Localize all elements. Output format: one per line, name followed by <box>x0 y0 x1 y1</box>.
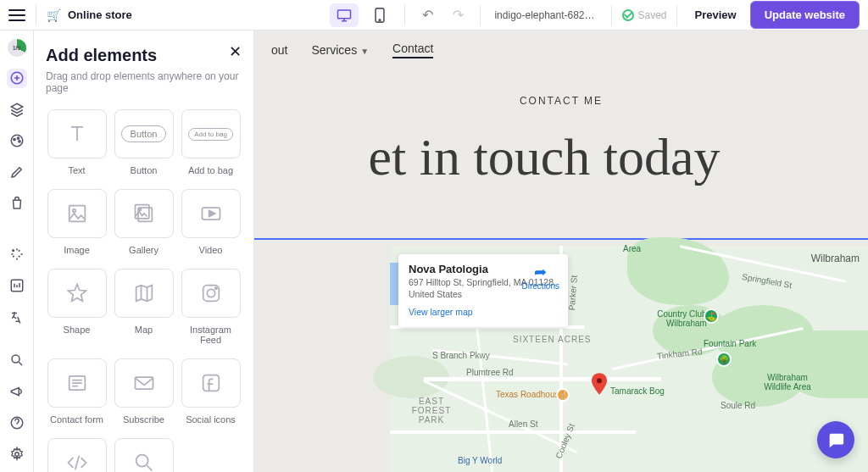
svg-point-14 <box>72 209 75 213</box>
desktop-device-button[interactable] <box>330 3 359 27</box>
svg-point-25 <box>136 455 147 467</box>
svg-point-2 <box>380 19 381 20</box>
announce-tool[interactable] <box>7 381 27 401</box>
section-divider <box>254 238 868 240</box>
progress-avatar[interactable] <box>8 39 26 57</box>
element-gallery[interactable]: Gallery <box>113 189 175 264</box>
svg-point-12 <box>14 452 19 456</box>
map-label: Plumtree Rd <box>466 368 514 377</box>
saved-label: Saved <box>637 9 666 21</box>
map-embed[interactable]: Wilbraham Springfield St Country Club of… <box>390 246 868 472</box>
element-button[interactable]: ButtonButton <box>113 109 175 184</box>
chat-fab[interactable] <box>817 421 854 458</box>
map-label: Allen St <box>509 419 537 429</box>
update-website-button[interactable]: Update website <box>750 1 860 29</box>
map-pin-icon <box>592 373 607 395</box>
check-icon <box>622 9 634 21</box>
map-label: Area <box>623 244 641 253</box>
svg-point-5 <box>13 139 14 141</box>
store-tool[interactable] <box>7 193 27 213</box>
map-info-card: Nova Patologia 697 Hilltop St, Springfie… <box>398 254 568 327</box>
element-search[interactable] <box>113 438 175 472</box>
edit-tool[interactable] <box>7 163 27 182</box>
map-label: Big Y World <box>458 456 502 465</box>
svg-point-17 <box>139 208 141 210</box>
language-tool[interactable] <box>7 308 27 327</box>
element-image[interactable]: Image <box>46 189 108 264</box>
divider <box>611 5 612 25</box>
panel-title: Add elements <box>46 46 242 65</box>
map-label: Wilbraham Wildlife Area <box>758 373 817 391</box>
menu-toggle[interactable] <box>8 9 25 21</box>
svg-point-8 <box>12 250 14 252</box>
undo-button[interactable]: ↶ <box>415 3 439 27</box>
map-label: SIXTEEN ACRES <box>513 335 591 344</box>
element-video[interactable]: Video <box>180 189 242 264</box>
divider <box>480 5 481 25</box>
analytics-tool[interactable] <box>7 276 27 296</box>
element-add-to-bag[interactable]: Add to bagAdd to bag <box>180 109 242 184</box>
svg-rect-13 <box>69 206 85 222</box>
element-embed[interactable] <box>46 438 108 472</box>
panel-subtitle: Drag and drop elements anywhere on your … <box>46 70 242 94</box>
cart-icon: 🛒 <box>47 8 61 22</box>
map-label: Soule Rd <box>721 401 755 410</box>
chevron-down-icon: ▼ <box>360 47 369 56</box>
element-instagram[interactable]: Instagram Feed <box>180 269 242 353</box>
svg-point-21 <box>214 287 216 289</box>
directions-button[interactable]: ➦ Directions <box>522 263 559 291</box>
svg-rect-0 <box>338 10 351 19</box>
mobile-device-button[interactable] <box>365 3 394 27</box>
nav-contact[interactable]: Contact <box>392 42 433 58</box>
svg-point-7 <box>18 141 19 142</box>
add-element-tool[interactable] <box>7 69 27 88</box>
site-nav: out Services▼ Contact <box>254 31 868 69</box>
nav-about[interactable]: out <box>271 43 287 57</box>
map-label: Texas Roadhouse <box>496 390 564 399</box>
svg-point-10 <box>12 355 19 363</box>
map-label: Springfield St <box>741 272 792 290</box>
site-url[interactable]: indigo-elephant-682294.buil… <box>491 9 601 21</box>
redo-button: ↷ <box>446 3 470 27</box>
element-map[interactable]: Map <box>113 269 175 353</box>
divider <box>36 5 36 25</box>
svg-point-4 <box>11 135 23 147</box>
search-tool[interactable] <box>7 351 27 370</box>
restaurant-poi-icon: 🍴 <box>556 388 570 402</box>
map-label: Wilbraham <box>811 253 860 264</box>
save-status: Saved <box>622 9 666 21</box>
settings-tool[interactable] <box>7 444 27 464</box>
close-panel-button[interactable]: ✕ <box>229 42 242 61</box>
map-label: Tamarack Bog <box>610 386 665 396</box>
view-larger-map-link[interactable]: View larger map <box>409 307 473 317</box>
divider <box>676 5 677 25</box>
map-label: S Branch Pkwy <box>432 351 490 360</box>
preview-button[interactable]: Preview <box>687 8 743 21</box>
hero-title[interactable]: et in touch today <box>254 127 868 187</box>
svg-point-26 <box>597 378 602 383</box>
help-tool[interactable] <box>7 413 27 432</box>
store-label: Online store <box>68 8 132 21</box>
park-poi-icon: 🌳 <box>716 352 732 367</box>
map-label: Tinkham Rd <box>657 347 703 361</box>
map-label: Parker St <box>567 275 579 310</box>
hero-kicker: CONTACT ME <box>254 95 868 107</box>
directions-icon: ➦ <box>522 263 559 281</box>
svg-rect-23 <box>135 377 153 389</box>
ai-tool[interactable] <box>7 245 27 264</box>
element-subscribe[interactable]: Subscribe <box>113 358 175 433</box>
svg-point-6 <box>17 137 19 139</box>
element-text[interactable]: Text <box>46 109 108 184</box>
nav-services[interactable]: Services▼ <box>311 43 369 57</box>
park-poi-icon: ⛳ <box>704 308 719 324</box>
svg-point-20 <box>207 289 214 297</box>
element-social[interactable]: Social icons <box>180 358 242 433</box>
divider <box>404 5 405 25</box>
svg-rect-24 <box>203 375 219 391</box>
map-label: EAST FOREST PARK <box>402 397 461 425</box>
theme-tool[interactable] <box>7 131 27 151</box>
element-contact-form[interactable]: Contact form <box>46 358 108 433</box>
map-label: Fountain Park <box>704 339 756 348</box>
element-shape[interactable]: Shape <box>46 269 108 353</box>
layers-tool[interactable] <box>7 100 27 119</box>
